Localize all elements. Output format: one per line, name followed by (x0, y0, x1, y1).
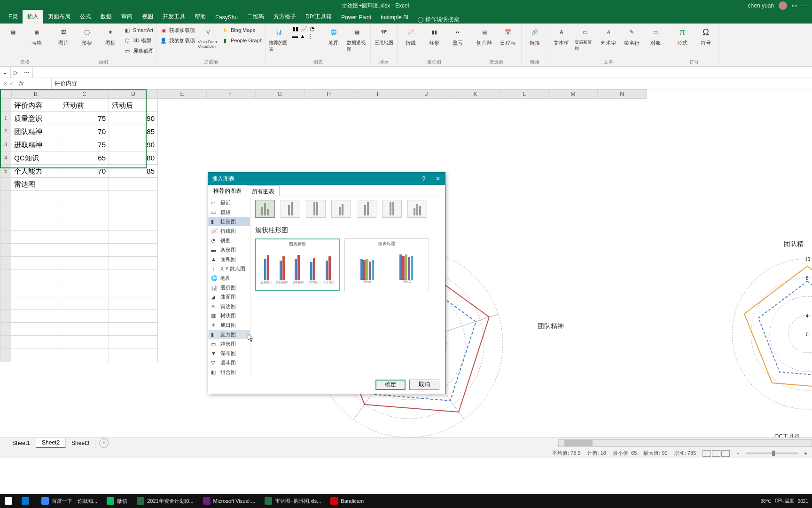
taskbar-item-2[interactable]: 微信 (102, 494, 132, 508)
taskbar-item-1[interactable]: 百度一下，你就知... (37, 494, 102, 508)
chart-type-13[interactable]: ☀旭日图 (208, 320, 250, 330)
col-header-M[interactable]: M (549, 89, 598, 99)
cell[interactable]: 70 (60, 125, 109, 138)
cell[interactable]: 75 (60, 112, 109, 125)
formula-input[interactable]: 评价内容 (52, 79, 812, 87)
col-header-G[interactable]: G (256, 89, 304, 99)
cell[interactable]: 85 (109, 125, 158, 138)
col-header-E[interactable]: E (158, 89, 207, 99)
col-header-I[interactable]: I (353, 89, 402, 99)
pivot-chart-button[interactable]: ▦数据透视图 (347, 25, 367, 53)
cell[interactable] (11, 244, 60, 257)
bar-chart-icon[interactable]: ▬ (292, 33, 298, 40)
cell[interactable] (109, 283, 158, 296)
row-header-2[interactable]: 2 (0, 125, 11, 138)
sparkline-column-button[interactable]: ▮▮柱形 (424, 25, 445, 47)
chart-type-9[interactable]: 📊股价图 (208, 283, 250, 292)
ribbon-tab-1[interactable]: 插入 (23, 10, 43, 24)
chart-type-16[interactable]: ▼瀑布图 (208, 349, 250, 358)
cell[interactable] (60, 283, 109, 296)
horizontal-scrollbar[interactable] (558, 439, 812, 447)
subtype-clustered-column[interactable] (255, 200, 275, 218)
subtype-3d-stacked[interactable] (357, 200, 376, 218)
cell[interactable] (109, 230, 158, 244)
avatar[interactable] (779, 1, 787, 10)
textbox-button[interactable]: A文本框 (551, 25, 572, 47)
row-header-3[interactable]: 3 (0, 138, 11, 151)
cell[interactable] (109, 257, 158, 270)
cell[interactable]: 团队精神 (11, 125, 60, 138)
cell[interactable] (60, 349, 109, 362)
sheet-tab-Sheet3[interactable]: Sheet3 (66, 438, 95, 448)
header-footer-button[interactable]: ▭页眉和页脚 (575, 25, 595, 52)
cell[interactable]: 75 (60, 138, 109, 151)
cell[interactable]: 90 (109, 138, 158, 151)
chart-type-4[interactable]: ◔饼图 (208, 236, 250, 245)
row-header-4[interactable]: 4 (0, 151, 11, 165)
chart-type-0[interactable]: ↩最近 (208, 198, 250, 207)
select-all-corner[interactable] (0, 89, 11, 99)
cell[interactable]: 雷达图 (11, 178, 60, 191)
row-header-7[interactable] (0, 191, 11, 204)
chart-type-18[interactable]: ◧组合图 (208, 367, 250, 375)
confirm-icon[interactable]: ✓ (9, 80, 14, 87)
column-chart-icon[interactable]: ▮▮ (292, 25, 299, 32)
col-header-L[interactable]: L (500, 89, 549, 99)
sparkline-line-button[interactable]: 📈折线 (400, 25, 421, 47)
cell[interactable] (11, 270, 60, 283)
chart-type-11[interactable]: ✳雷达图 (208, 302, 250, 311)
zoom-in-icon[interactable]: + (804, 451, 807, 456)
visio-button[interactable]: VVisio Data Visualizer (198, 25, 219, 49)
add-sheet-button[interactable]: + (99, 438, 109, 448)
chart-type-8[interactable]: 🌐地图 (208, 273, 250, 283)
pointer-icon[interactable]: ▷ (11, 67, 21, 78)
subtype-3d-100[interactable] (382, 200, 402, 218)
cell[interactable] (109, 191, 158, 204)
3dmodel-button[interactable]: ⬡3D 模型 (124, 36, 154, 45)
col-header-B[interactable]: B (11, 89, 60, 99)
screenshot-button[interactable]: ▭屏幕截图 (124, 46, 154, 56)
chart-type-10[interactable]: ◢曲面图 (208, 292, 250, 302)
col-header-J[interactable]: J (402, 89, 451, 99)
col-header-F[interactable]: F (207, 89, 256, 99)
worksheet-grid[interactable]: BCDEFGHIJKLMN 12345 评价内容活动前活动后质量意识7590团队… (0, 89, 812, 437)
chart-preview-2[interactable]: 图表标题 活动前活动后 (344, 238, 429, 291)
row-header-14[interactable] (0, 283, 11, 296)
cell[interactable] (109, 178, 158, 191)
view-buttons[interactable] (703, 450, 730, 457)
chart-type-3[interactable]: 📈折线图 (208, 226, 250, 236)
cell[interactable]: 进取精神 (11, 138, 60, 151)
recommended-charts-button[interactable]: 📊推荐的图表 (269, 25, 289, 53)
taskbar-item-4[interactable]: Microsoft Visual ... (198, 494, 260, 508)
cell[interactable] (11, 283, 60, 296)
subtype-3d-column[interactable] (407, 200, 427, 218)
cell[interactable] (109, 270, 158, 283)
ribbon-tab-6[interactable]: 视图 (137, 10, 158, 24)
row-header-15[interactable] (0, 296, 11, 310)
col-header-N[interactable]: N (598, 89, 647, 99)
ribbon-tab-8[interactable]: 帮助 (190, 10, 211, 24)
cell[interactable]: 70 (60, 165, 109, 178)
cell[interactable]: 质量意识 (11, 112, 60, 125)
slicer-button[interactable]: ▤切片器 (474, 25, 495, 47)
ok-button[interactable]: 确定 (375, 380, 406, 390)
taskbar-item-6[interactable]: Bandicam (326, 494, 368, 508)
cell[interactable] (11, 349, 60, 362)
cell[interactable] (109, 204, 158, 217)
cell[interactable] (11, 217, 60, 230)
timeline-button[interactable]: 📅日程表 (498, 25, 518, 47)
taskbar-item-0[interactable] (17, 494, 37, 508)
zoom-slider[interactable] (746, 452, 798, 454)
cell[interactable]: 90 (109, 112, 158, 125)
ribbon-tab-5[interactable]: 审阅 (117, 10, 137, 24)
get-addins-button[interactable]: ▣获取加载项 (160, 25, 195, 35)
cell[interactable] (60, 178, 109, 191)
ribbon-tab-10[interactable]: 二维码 (242, 10, 269, 24)
people-graph-button[interactable]: ▮People Graph (221, 36, 263, 45)
picture-button[interactable]: 🖼图片 (53, 25, 74, 47)
cell[interactable]: 活动后 (109, 99, 158, 112)
col-header-D[interactable]: D (109, 89, 158, 99)
cell[interactable] (11, 204, 60, 217)
cell[interactable] (60, 204, 109, 217)
ribbon-tab-13[interactable]: Power Pivot (336, 11, 376, 24)
